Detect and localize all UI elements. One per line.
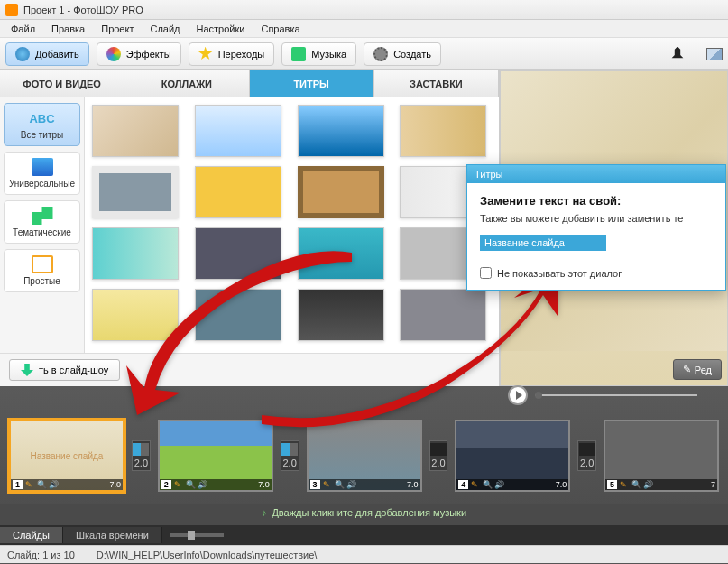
menu-edit[interactable]: Правка bbox=[44, 22, 92, 36]
sound-icon[interactable]: 🔊 bbox=[643, 480, 652, 489]
template-grid[interactable] bbox=[85, 97, 499, 353]
tab-photo-video[interactable]: ФОТО И ВИДЕО bbox=[0, 70, 124, 97]
slide-controls: 4✎🔍🔊7.0 bbox=[456, 479, 568, 490]
add-to-slideshow-button[interactable]: ть в слайд-шоу bbox=[9, 359, 120, 381]
slide-thumbnail: 4✎🔍🔊7.0 bbox=[455, 420, 570, 492]
frame-icon bbox=[32, 255, 53, 273]
sidebar-item-all-titles[interactable]: ABC Все титры bbox=[4, 103, 80, 146]
edit-icon[interactable]: ✎ bbox=[620, 480, 629, 489]
sidebar-item-thematic[interactable]: Тематические bbox=[4, 200, 80, 244]
timeline-slide[interactable]: Название слайда1✎🔍🔊7.0 bbox=[9, 420, 124, 492]
zoom-slider[interactable] bbox=[170, 533, 224, 537]
timeline-tabs: Слайды Шкала времени bbox=[0, 525, 728, 545]
template-thumb[interactable] bbox=[400, 289, 486, 341]
tab-collages[interactable]: КОЛЛАЖИ bbox=[124, 70, 249, 97]
transition-duration: 2.0 bbox=[134, 458, 148, 468]
slide-thumbnail: 2✎🔍🔊7.0 bbox=[158, 420, 273, 492]
slide-controls: 5✎🔍🔊7 bbox=[605, 479, 717, 490]
template-thumb[interactable] bbox=[298, 166, 384, 218]
transition-box[interactable]: 2.0 bbox=[577, 440, 596, 471]
sidebar-label-simple: Простые bbox=[23, 276, 60, 286]
gallery-area: ABC Все титры Универсальные Тематические… bbox=[0, 97, 499, 353]
dialog-body: Замените текст на свой: Также вы можете … bbox=[467, 183, 725, 290]
transition-box[interactable]: 2.0 bbox=[132, 440, 151, 471]
music-icon bbox=[291, 47, 306, 61]
edit-label: Ред bbox=[695, 365, 712, 375]
template-thumb[interactable] bbox=[195, 227, 281, 280]
template-thumb[interactable] bbox=[92, 166, 179, 218]
statusbar: Слайд: 1 из 10 D:\WIN_HELP\UserInfo\Down… bbox=[0, 545, 728, 563]
edit-icon[interactable]: ✎ bbox=[25, 480, 34, 489]
zoom-icon[interactable]: 🔍 bbox=[335, 480, 344, 489]
effects-button[interactable]: Эффекты bbox=[97, 42, 181, 66]
zoom-icon[interactable]: 🔍 bbox=[37, 480, 46, 489]
bottom-tab-timeline[interactable]: Шкала времени bbox=[63, 527, 162, 543]
menu-project[interactable]: Проект bbox=[94, 22, 141, 36]
template-thumb[interactable] bbox=[195, 166, 281, 218]
menu-file[interactable]: Файл bbox=[4, 22, 42, 36]
sound-icon[interactable]: 🔊 bbox=[198, 480, 207, 489]
add-label: Добавить bbox=[35, 49, 79, 60]
template-thumb[interactable] bbox=[400, 105, 486, 157]
picture-icon[interactable] bbox=[706, 48, 723, 60]
tab-screensavers[interactable]: ЗАСТАВКИ bbox=[374, 70, 499, 97]
left-panel: ФОТО И ВИДЕО КОЛЛАЖИ ТИТРЫ ЗАСТАВКИ ABC … bbox=[0, 70, 500, 386]
dont-show-checkbox-label[interactable]: Не показывать этот диалог bbox=[480, 267, 713, 279]
template-thumb[interactable] bbox=[195, 105, 281, 157]
edit-icon[interactable]: ✎ bbox=[323, 480, 332, 489]
transition-box[interactable]: 2.0 bbox=[429, 440, 448, 471]
music-track-hint[interactable]: Дважды кликните для добавления музыки bbox=[0, 504, 728, 525]
sound-icon[interactable]: 🔊 bbox=[494, 480, 503, 489]
tab-titles[interactable]: ТИТРЫ bbox=[250, 70, 374, 97]
slide-number: 1 bbox=[13, 480, 23, 489]
slide-title-input[interactable] bbox=[480, 235, 606, 251]
transition-icon bbox=[133, 443, 149, 456]
menu-help[interactable]: Справка bbox=[253, 22, 307, 36]
edit-icon[interactable]: ✎ bbox=[174, 480, 183, 489]
template-thumb[interactable] bbox=[92, 289, 179, 341]
timeline-slide[interactable]: 2✎🔍🔊7.0 bbox=[158, 420, 273, 492]
template-thumb[interactable] bbox=[92, 105, 179, 157]
menu-slide[interactable]: Слайд bbox=[143, 22, 187, 36]
transition-duration: 2.0 bbox=[282, 458, 296, 468]
titles-dialog: Титры Замените текст на свой: Также вы м… bbox=[466, 164, 726, 291]
edit-button[interactable]: Ред bbox=[673, 359, 722, 380]
zoom-icon[interactable]: 🔍 bbox=[186, 480, 195, 489]
template-thumb[interactable] bbox=[298, 105, 384, 157]
sidebar-item-simple[interactable]: Простые bbox=[4, 249, 80, 292]
timeline-slide[interactable]: 3✎🔍🔊7.0 bbox=[307, 420, 422, 492]
transition-duration: 2.0 bbox=[431, 458, 445, 468]
transition-duration: 2.0 bbox=[580, 458, 594, 468]
sidebar-item-universal[interactable]: Универсальные bbox=[4, 152, 80, 195]
sound-icon[interactable]: 🔊 bbox=[346, 480, 355, 489]
template-thumb[interactable] bbox=[298, 289, 384, 341]
music-button[interactable]: Музыка bbox=[281, 42, 356, 66]
create-button[interactable]: Создать bbox=[364, 42, 441, 66]
timeline-slide[interactable]: 5✎🔍🔊7 bbox=[604, 420, 719, 492]
window-title: Проект 1 - ФотоШОУ PRO bbox=[23, 5, 143, 15]
add-button[interactable]: Добавить bbox=[5, 42, 89, 66]
seek-bar[interactable] bbox=[535, 394, 697, 396]
music-label: Музыка bbox=[311, 49, 346, 60]
transitions-label: Переходы bbox=[218, 49, 265, 60]
transition-box[interactable]: 2.0 bbox=[281, 440, 299, 471]
template-thumb[interactable] bbox=[195, 289, 281, 341]
timeline-slide[interactable]: 4✎🔍🔊7.0 bbox=[455, 420, 570, 492]
template-thumb[interactable] bbox=[92, 227, 179, 280]
slide-number: 4 bbox=[458, 480, 468, 489]
menu-settings[interactable]: Настройки bbox=[189, 22, 253, 36]
zoom-icon[interactable]: 🔍 bbox=[483, 480, 492, 489]
sound-icon[interactable]: 🔊 bbox=[49, 480, 58, 489]
slide-thumbnail: 5✎🔍🔊7 bbox=[604, 420, 719, 492]
timeline[interactable]: Название слайда1✎🔍🔊7.02.02✎🔍🔊7.02.03✎🔍🔊7… bbox=[0, 408, 728, 504]
create-label: Создать bbox=[393, 49, 431, 60]
edit-icon[interactable]: ✎ bbox=[471, 480, 480, 489]
bell-icon[interactable] bbox=[670, 47, 685, 61]
play-button[interactable] bbox=[508, 385, 528, 405]
zoom-icon[interactable]: 🔍 bbox=[631, 480, 640, 489]
bottom-tab-slides[interactable]: Слайды bbox=[0, 527, 63, 543]
transitions-button[interactable]: Переходы bbox=[189, 42, 275, 66]
template-thumb[interactable] bbox=[298, 227, 384, 280]
content-tabs: ФОТО И ВИДЕО КОЛЛАЖИ ТИТРЫ ЗАСТАВКИ bbox=[0, 70, 499, 97]
dont-show-checkbox[interactable] bbox=[480, 267, 492, 279]
